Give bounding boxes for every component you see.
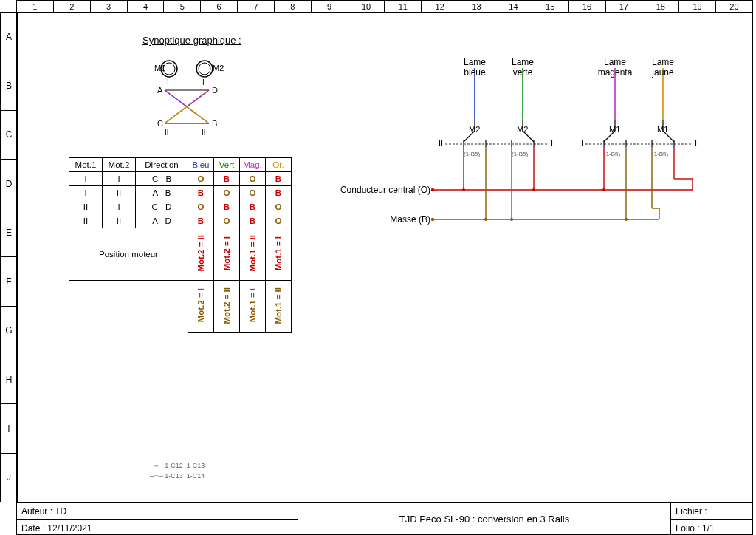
svg-point-63 [532, 188, 535, 191]
svg-text:B: B [212, 119, 217, 128]
svg-point-61 [462, 188, 465, 191]
title-block: Auteur : TD Date : 12/11/2021 TJD Peco S… [16, 502, 753, 535]
svg-text:I: I [167, 78, 169, 86]
svg-text:M1: M1 [154, 64, 165, 72]
svg-text:M1: M1 [609, 125, 620, 134]
drawing-title: TJD Peco SL-90 : conversion en 3 Rails [298, 503, 671, 534]
lame-verte: Lameverte [501, 57, 545, 78]
th-mot1: Mot.1 [69, 158, 103, 172]
th-mot2: Mot.2 [103, 158, 136, 172]
svg-point-74 [625, 218, 628, 221]
cond-brown-0: Mot.2 = I [196, 284, 205, 327]
svg-point-3 [199, 63, 210, 75]
synoptique-graphic: M1 M2 I I A D C B II II [142, 57, 231, 138]
svg-line-14 [165, 106, 187, 123]
svg-text:M2: M2 [517, 125, 528, 134]
svg-line-15 [187, 106, 209, 123]
svg-line-13 [187, 90, 209, 106]
svg-text:II: II [165, 129, 169, 137]
schematic: II I II I M2 M2 M1 M1 (1-B5) (1-B5) (1-B… [334, 57, 733, 249]
author: Auteur : TD [17, 503, 298, 520]
cond-brown-2: Mot.1 = I [248, 284, 257, 327]
th-mag: Mag. [240, 158, 266, 172]
lame-bleue: Lamebleue [453, 57, 497, 78]
folio-label: Folio : 1/1 [671, 520, 752, 535]
svg-text:C: C [157, 119, 163, 128]
grid-columns: 1234567891011121314151617181920 [16, 0, 753, 13]
date: Date : 12/11/2021 [17, 520, 298, 535]
cond-brown-3: Mot.1 = II [274, 283, 283, 329]
svg-point-58 [431, 188, 434, 191]
svg-text:(1-B5): (1-B5) [464, 151, 481, 157]
th-bleu: Bleu [188, 158, 214, 172]
svg-text:(1-B5): (1-B5) [512, 151, 529, 157]
svg-text:II: II [579, 139, 583, 148]
masse-b: Masse (B) [357, 214, 430, 225]
footer-label: Position moteur [69, 228, 188, 281]
th-or: Or. [266, 158, 292, 172]
svg-text:M2: M2 [469, 125, 480, 134]
th-vert: Vert [214, 158, 240, 172]
cond-brown-1: Mot.2 = II [222, 283, 231, 329]
svg-point-65 [602, 188, 605, 191]
legend-symbols: ─⎓─ 1-C12 1-C13 ─⎓─ 1-C13 1-C14 [150, 460, 205, 481]
svg-line-12 [165, 90, 187, 106]
svg-point-59 [431, 218, 434, 221]
conductor-o: Conducteur central (O) [327, 185, 430, 195]
truth-table: Mot.1 Mot.2 Direction Bleu Vert Mag. Or.… [69, 157, 292, 333]
lame-jaune: Lamejaune [641, 57, 685, 78]
svg-text:II: II [439, 139, 443, 148]
svg-text:I: I [202, 78, 205, 86]
grid-rows: ABCDEFGHIJ [0, 12, 18, 502]
svg-text:I: I [695, 139, 697, 148]
svg-text:A: A [157, 86, 163, 95]
drawing-area: Synoptique graphique : M1 M2 I I A D C B… [16, 12, 753, 502]
svg-text:(1-B5): (1-B5) [652, 151, 669, 157]
svg-point-70 [484, 218, 487, 221]
file-label: Fichier : [671, 503, 752, 520]
cond-red-0: Mot.2 = II [196, 231, 205, 276]
lame-magenta: Lamemagenta [593, 57, 637, 78]
cond-red-1: Mot.2 = I [222, 232, 231, 275]
svg-point-72 [510, 218, 513, 221]
svg-text:(1-B5): (1-B5) [604, 151, 621, 157]
svg-text:II: II [202, 129, 206, 137]
svg-text:D: D [212, 86, 218, 95]
svg-text:M1: M1 [657, 125, 668, 134]
svg-text:M2: M2 [213, 64, 224, 72]
cond-red-2: Mot.1 = II [248, 231, 257, 276]
svg-text:I: I [551, 139, 553, 148]
th-dir: Direction [136, 158, 188, 172]
synoptique-heading: Synoptique graphique : [142, 35, 241, 46]
cond-red-3: Mot.1 = I [274, 232, 283, 275]
